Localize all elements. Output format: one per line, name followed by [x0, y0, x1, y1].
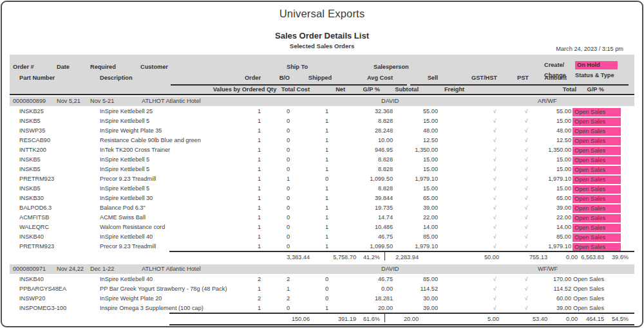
order-line-row: INSKB25InSpire Kettlebell 2510132.36855.… — [0, 107, 644, 116]
cell-amount: 114.52 — [528, 286, 571, 293]
cell-part: INSWP20 — [19, 295, 93, 302]
total-total-cost: 150.06 — [258, 316, 310, 323]
cell-bo: 1 — [264, 286, 290, 293]
cell-bo: 0 — [264, 205, 290, 212]
cell-gst: √ — [482, 243, 507, 250]
order-line-row: INSPOMEG3-100Inspire Omega 3 Supplement … — [0, 304, 644, 313]
group-order-no: 0000800899 — [13, 98, 61, 105]
column-header-band: Order # Date Required Customer Ship To S… — [0, 55, 644, 95]
cell-gst: √ — [482, 166, 507, 173]
status-badge: Open Sales — [573, 166, 621, 174]
col-gp2: G/P % — [572, 86, 604, 93]
col-net: Net — [300, 86, 345, 93]
cell-order: 1 — [229, 224, 261, 231]
cell-shipped: 1 — [293, 195, 328, 202]
cell-order: 1 — [229, 305, 261, 312]
status-badge: Open Sales — [573, 276, 620, 283]
cell-avg-cost: 8.828 — [343, 156, 393, 163]
cell-order: 1 — [229, 147, 261, 154]
cell-sell: 114.52 — [394, 286, 438, 293]
cell-order: 1 — [229, 176, 261, 183]
group-order-no: 0000800971 — [13, 266, 61, 273]
col-sell: Sell — [394, 75, 438, 82]
cell-part: PPBARGYS48EA — [19, 286, 93, 293]
cell-gst: √ — [482, 147, 507, 154]
col-bo: B/O — [264, 75, 290, 82]
status-badge: Open Sales — [573, 118, 621, 126]
cell-part: INSKB5 — [19, 156, 93, 163]
cell-order: 2 — [229, 276, 261, 283]
cell-amount: 55.00 — [528, 108, 571, 115]
cell-gst: √ — [482, 108, 507, 115]
total-gp2: 39.6% — [596, 254, 629, 261]
group-customer: ATLHOT Atlantic Hotel — [142, 266, 283, 273]
col-shipped: Shipped — [293, 75, 332, 82]
status-badge: Open Sales — [573, 305, 620, 312]
report-page: Universal Exports Sales Order Details Li… — [0, 0, 644, 328]
cell-amount: 14.00 — [528, 224, 571, 231]
cell-bo: 0 — [264, 147, 290, 154]
status-badge: Open Sales — [573, 127, 621, 136]
total-subtotal: 20.00 — [367, 316, 419, 323]
order-line-row: INSKB5InSpire Kettlebell 51018.82815.00√… — [0, 165, 644, 174]
cell-sell: 39.00 — [394, 205, 438, 212]
cell-bo: 0 — [264, 118, 290, 125]
col-description: Description — [100, 75, 151, 82]
col-freight: Freight — [444, 86, 477, 93]
order-line-row: PRETRM923Precor 9.23 Treadmill1011,099.5… — [0, 242, 644, 251]
order-group-row: 0000800971Nov 24,22Dec 1-22ATLHOT Atlant… — [0, 264, 644, 274]
cell-sell: 30.00 — [394, 295, 438, 302]
cell-part: INSPOMEG3-100 — [19, 305, 93, 312]
cell-avg-cost: 19.735 — [343, 205, 393, 212]
col-required: Required — [90, 64, 129, 71]
order-line-row: INSKB5InSpire Kettlebell 51018.82815.00√… — [0, 184, 644, 194]
order-line-row: INSWP35InSpire Weight Plate 3510128.2484… — [0, 126, 644, 136]
col-salesperson: Salesperson — [374, 64, 425, 71]
cell-bo: 0 — [264, 127, 290, 134]
on-hold-badge: On Hold — [575, 61, 618, 69]
col-date: Date — [57, 64, 86, 71]
cell-avg-cost: 32.368 — [343, 108, 393, 115]
cell-order: 1 — [229, 156, 261, 163]
order-line-row: PPBARGYS48EAPP Bar Greek Yogurt Strawber… — [0, 284, 644, 294]
status-badge: Open Sales — [573, 185, 621, 194]
col-subtotal: Subtotal — [367, 86, 419, 93]
cell-amount: 15.00 — [528, 166, 571, 173]
cell-sell: 15.00 — [394, 118, 438, 125]
cell-part: INSKB5 — [19, 118, 93, 125]
header-bottom-rule — [10, 94, 634, 95]
cell-order: 1 — [229, 205, 261, 212]
group-required: Nov 5-21 — [90, 98, 129, 105]
cell-avg-cost: 20.00 — [343, 305, 393, 312]
cell-gst: √ — [482, 137, 507, 144]
cell-shipped: 1 — [293, 127, 328, 134]
cell-shipped: 1 — [293, 108, 328, 115]
cell-sell: 15.00 — [394, 156, 438, 163]
cell-bo: 0 — [264, 224, 290, 231]
cell-amount: 1,979.10 — [528, 176, 571, 183]
cell-part: INSKB5 — [19, 166, 93, 173]
cell-gst: √ — [482, 295, 507, 302]
col-customer: Customer — [140, 64, 192, 71]
totals-top-rule — [169, 313, 634, 314]
cell-avg-cost: 39.844 — [343, 195, 393, 202]
cell-amount: 39.00 — [528, 305, 571, 312]
cell-avg-cost: 46.75 — [343, 276, 393, 283]
order-line-row: INSKB5InSpire Kettlebell 51018.82815.00√… — [0, 155, 644, 165]
cell-gst: √ — [482, 185, 507, 192]
cell-avg-cost: 1,099.50 — [343, 243, 393, 250]
total-freight: 50.00 — [448, 254, 499, 261]
cell-avg-cost: 18.281 — [343, 295, 393, 302]
on-hold-label: On Hold — [577, 62, 600, 68]
status-badge: Open Sales — [573, 205, 621, 213]
cell-amount: 1,350.00 — [528, 147, 571, 154]
cell-amount: 1,979.10 — [528, 243, 571, 250]
cell-avg-cost: 10.486 — [343, 224, 393, 231]
cell-avg-cost: 8.828 — [343, 118, 393, 125]
col-create: Create/ — [544, 62, 576, 69]
cell-bo: 0 — [264, 214, 290, 221]
status-badge: Open Sales — [573, 286, 620, 293]
cell-sell: 1,350.00 — [394, 147, 438, 154]
status-badge: Open Sales — [573, 233, 621, 242]
cell-part: INSKB40 — [19, 276, 93, 283]
